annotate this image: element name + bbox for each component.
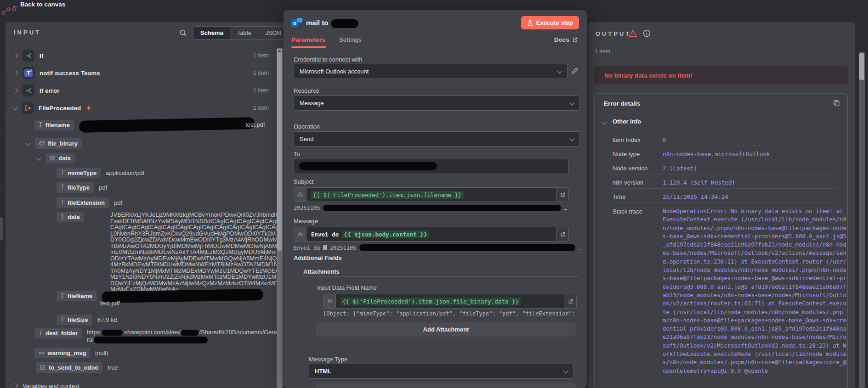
docs-link[interactable]: Docs: [554, 36, 578, 43]
chevron-right-icon[interactable]: [13, 53, 18, 58]
document-icon: [323, 245, 327, 250]
tree-node-if[interactable]: If: [14, 49, 43, 62]
message-expression-input[interactable]: fx Envoi de {{ $json.body.content }}: [294, 227, 569, 242]
operation-select[interactable]: Send: [294, 131, 580, 146]
page-scrollbar-thumb[interactable]: [859, 53, 864, 80]
open-expression-editor-button[interactable]: [564, 294, 576, 308]
tab-table[interactable]: Table: [230, 27, 258, 39]
subject-expression-input[interactable]: fx {{ $('FileProceeded').item.json.filen…: [294, 187, 569, 202]
string-type-icon: T: [39, 122, 42, 128]
variables-and-context-section[interactable]: Variables and context: [14, 379, 79, 388]
field-value: pdf: [99, 184, 107, 191]
additional-fields-label: Additional Fields: [294, 254, 342, 261]
tree-field-filetype[interactable]: TfileType pdf: [57, 181, 107, 194]
field-chip[interactable]: Tdata: [57, 212, 84, 222]
tree-field-mimetype[interactable]: TmimeType application/pdf: [57, 166, 144, 179]
info-row-label: Time: [613, 193, 625, 200]
chevron-down-icon[interactable]: [25, 141, 30, 146]
message-type-label: Message Type: [309, 356, 347, 363]
tab-schema[interactable]: Schema: [193, 27, 230, 39]
attachment-expression-input[interactable]: fx {{ $('FileProceeded').item.json.file_…: [323, 294, 577, 309]
field-chip[interactable]: Tfilename: [34, 120, 74, 130]
execute-step-button[interactable]: Execute step: [521, 16, 579, 29]
tree-field-warning-msg[interactable]: ABwarning_msg [null]: [34, 346, 108, 359]
redaction-blob: [331, 19, 358, 28]
field-chip[interactable]: TfileExtension: [57, 197, 109, 208]
item-count: 1 item: [253, 52, 269, 59]
tree-node-notif-teams[interactable]: T notif success Teams: [14, 67, 100, 79]
field-chip[interactable]: TfileType: [57, 182, 94, 193]
tree-node-fileproceeded[interactable]: FileProceeded: [13, 101, 91, 114]
back-to-canvas-button[interactable]: Back to canvas: [20, 1, 65, 8]
open-expression-editor-button[interactable]: [556, 188, 568, 202]
chevron-down-icon[interactable]: [12, 105, 17, 110]
error-details-title: Error details: [604, 100, 641, 107]
tree-field-dest-folder[interactable]: Tdest_folder https:.sharepoint.com/sites…: [34, 328, 280, 341]
tree-field-filesize[interactable]: TfileSize 67.9 kB: [57, 313, 118, 326]
copy-icon[interactable]: [833, 100, 840, 107]
to-input[interactable]: [294, 159, 569, 174]
input-scrollbar[interactable]: [277, 48, 283, 388]
string-type-icon: T: [61, 184, 64, 191]
string-type-icon: T: [61, 169, 64, 176]
field-chip[interactable]: TfileName: [57, 291, 96, 301]
resource-select[interactable]: Message: [294, 96, 580, 111]
message-type-select[interactable]: HTML: [309, 364, 573, 379]
redaction-blob: [299, 162, 437, 170]
field-chip[interactable]: data: [45, 153, 75, 163]
chevron-right-icon[interactable]: [13, 70, 18, 75]
item-count: 1 item: [253, 105, 269, 111]
page-scrollbar[interactable]: [859, 52, 865, 388]
tree-field-filename2[interactable]: TfileName: [57, 289, 263, 302]
open-expression-editor-button[interactable]: [556, 227, 568, 241]
n8n-app: ← Back to canvas INPUT Schema Table JSON…: [0, 0, 868, 388]
search-icon[interactable]: [179, 29, 187, 37]
field-chip[interactable]: Tdest_folder: [34, 328, 82, 338]
string-type-icon: T: [61, 214, 64, 220]
credential-select[interactable]: Microsoft Outlook account: [294, 64, 567, 79]
chevron-right-icon[interactable]: [13, 383, 18, 388]
tree-field-data-base64[interactable]: Tdata: [57, 210, 84, 223]
tree-field-filename[interactable]: Tfilename: [34, 118, 255, 131]
tree-field-fileextension[interactable]: TfileExtension pdf: [57, 196, 122, 209]
field-chip[interactable]: ABwarning_msg: [34, 348, 90, 358]
input-scrollbar-thumb[interactable]: [277, 49, 282, 251]
flask-icon: [527, 19, 533, 26]
field-chip[interactable]: to_send_to_odoo: [36, 362, 102, 373]
tree-field-data-object[interactable]: data: [37, 152, 75, 164]
object-type-icon: [50, 155, 55, 161]
divider: [613, 160, 838, 160]
tab-json[interactable]: JSON: [258, 27, 284, 39]
add-field-button[interactable]: [316, 382, 576, 388]
chevron-down-icon[interactable]: [601, 119, 607, 124]
fx-icon: fx: [323, 294, 336, 308]
back-arrow-icon: ←: [12, 1, 19, 9]
field-chip[interactable]: TmimeType: [57, 168, 101, 178]
to-label: To: [294, 151, 300, 157]
panel-collapse-handle[interactable]: [0, 217, 3, 241]
field-chip[interactable]: TfileSize: [57, 315, 92, 325]
edit-credential-pencil-icon[interactable]: [571, 67, 579, 74]
item-count: 1 item: [253, 87, 269, 94]
tab-settings[interactable]: Settings: [339, 36, 362, 43]
tree-field-file-binary[interactable]: file_binary: [26, 137, 82, 150]
field-value: true: [108, 364, 118, 371]
string-type-icon: T: [61, 199, 64, 206]
field-value: [null]: [95, 349, 108, 356]
redaction-blob: [94, 337, 208, 343]
field-chip[interactable]: file_binary: [35, 138, 82, 149]
chevron-right-icon[interactable]: [13, 88, 18, 93]
chevron-down-icon[interactable]: [36, 155, 41, 160]
subject-evaluated-preview: 20251105 …: [294, 205, 567, 211]
node-title[interactable]: mail to: [306, 19, 328, 27]
add-attachment-button[interactable]: Add Attachment: [316, 322, 576, 337]
tab-parameters[interactable]: Parameters: [291, 36, 325, 43]
tree-node-if-error[interactable]: If error: [14, 84, 60, 97]
info-circle-icon[interactable]: [643, 29, 651, 37]
tree-node-label: FileProceeded: [39, 105, 81, 112]
scrollbar-up-arrow-icon[interactable]: [278, 50, 282, 52]
divider: [303, 276, 580, 277]
other-info-title[interactable]: Other info: [613, 118, 641, 125]
redaction-blob: [102, 330, 123, 336]
tree-field-to-send-to-odoo[interactable]: to_send_to_odoo true: [36, 361, 118, 374]
